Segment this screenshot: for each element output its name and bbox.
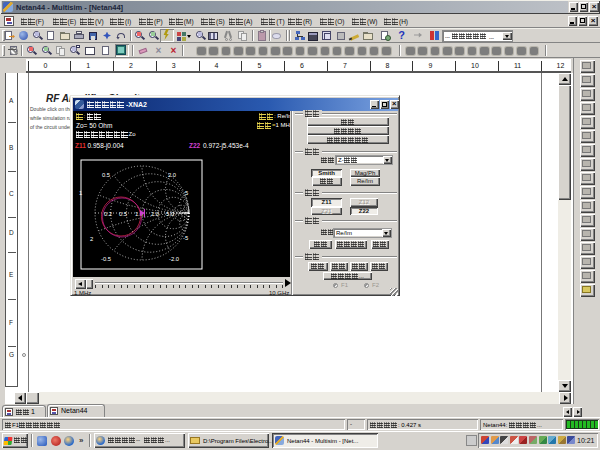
svg-text:2.0: 2.0 <box>168 172 176 178</box>
svg-text:2.0: 2.0 <box>151 211 159 217</box>
svg-text:0.5: 0.5 <box>102 172 110 178</box>
svg-text:5: 5 <box>185 190 188 196</box>
svg-text:-0.5: -0.5 <box>101 256 111 262</box>
svg-text:-5: -5 <box>183 235 188 241</box>
svg-text:0.2: 0.2 <box>104 211 112 217</box>
svg-text:5.0: 5.0 <box>166 211 174 217</box>
svg-text:-2.0: -2.0 <box>169 256 179 262</box>
svg-text:0.5: 0.5 <box>119 211 127 217</box>
svg-text:2: 2 <box>90 236 93 242</box>
svg-text:1: 1 <box>79 190 82 196</box>
